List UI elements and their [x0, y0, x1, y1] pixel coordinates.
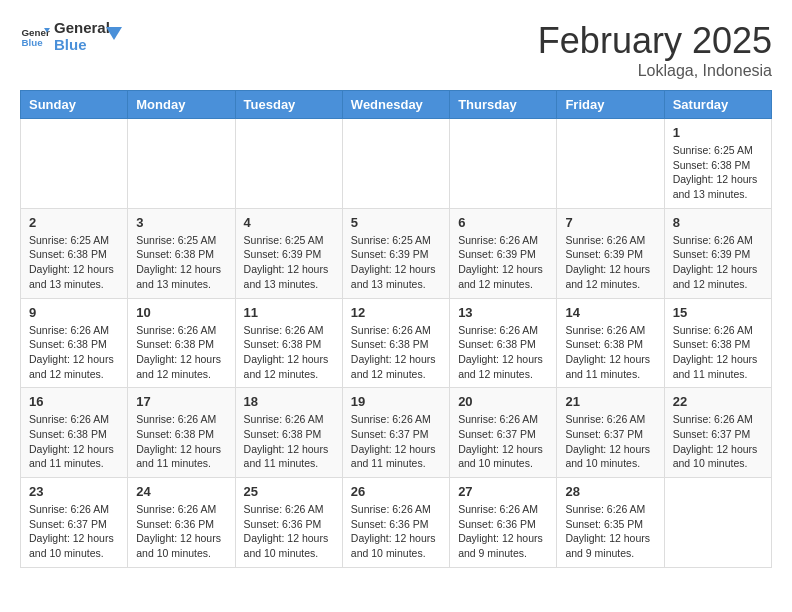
day-number: 20 — [458, 394, 548, 409]
day-number: 16 — [29, 394, 119, 409]
calendar-cell: 7Sunrise: 6:26 AM Sunset: 6:39 PM Daylig… — [557, 208, 664, 298]
day-info: Sunrise: 6:25 AM Sunset: 6:39 PM Dayligh… — [244, 233, 334, 292]
day-number: 4 — [244, 215, 334, 230]
calendar-cell: 9Sunrise: 6:26 AM Sunset: 6:38 PM Daylig… — [21, 298, 128, 388]
day-number: 27 — [458, 484, 548, 499]
day-number: 10 — [136, 305, 226, 320]
calendar-cell: 10Sunrise: 6:26 AM Sunset: 6:38 PM Dayli… — [128, 298, 235, 388]
calendar-cell: 20Sunrise: 6:26 AM Sunset: 6:37 PM Dayli… — [450, 388, 557, 478]
day-number: 19 — [351, 394, 441, 409]
logo-text-blue: Blue — [54, 37, 110, 54]
day-info: Sunrise: 6:26 AM Sunset: 6:39 PM Dayligh… — [458, 233, 548, 292]
calendar-cell: 4Sunrise: 6:25 AM Sunset: 6:39 PM Daylig… — [235, 208, 342, 298]
calendar-cell: 12Sunrise: 6:26 AM Sunset: 6:38 PM Dayli… — [342, 298, 449, 388]
calendar-header-row: SundayMondayTuesdayWednesdayThursdayFrid… — [21, 91, 772, 119]
logo-arrow-icon — [106, 22, 126, 42]
month-title: February 2025 — [538, 20, 772, 62]
day-info: Sunrise: 6:26 AM Sunset: 6:38 PM Dayligh… — [136, 412, 226, 471]
page-container: General Blue General Blue February 2025 … — [20, 20, 772, 568]
day-number: 17 — [136, 394, 226, 409]
day-info: Sunrise: 6:26 AM Sunset: 6:36 PM Dayligh… — [136, 502, 226, 561]
day-number: 11 — [244, 305, 334, 320]
day-info: Sunrise: 6:25 AM Sunset: 6:38 PM Dayligh… — [673, 143, 763, 202]
calendar-cell — [664, 478, 771, 568]
day-number: 3 — [136, 215, 226, 230]
calendar-cell: 18Sunrise: 6:26 AM Sunset: 6:38 PM Dayli… — [235, 388, 342, 478]
calendar-cell: 17Sunrise: 6:26 AM Sunset: 6:38 PM Dayli… — [128, 388, 235, 478]
title-block: February 2025 Loklaga, Indonesia — [538, 20, 772, 80]
calendar-cell: 3Sunrise: 6:25 AM Sunset: 6:38 PM Daylig… — [128, 208, 235, 298]
calendar-weekday-monday: Monday — [128, 91, 235, 119]
day-number: 12 — [351, 305, 441, 320]
calendar-week-row: 1Sunrise: 6:25 AM Sunset: 6:38 PM Daylig… — [21, 119, 772, 209]
day-info: Sunrise: 6:26 AM Sunset: 6:38 PM Dayligh… — [673, 323, 763, 382]
day-info: Sunrise: 6:26 AM Sunset: 6:38 PM Dayligh… — [565, 323, 655, 382]
calendar-cell — [342, 119, 449, 209]
day-info: Sunrise: 6:26 AM Sunset: 6:37 PM Dayligh… — [29, 502, 119, 561]
logo: General Blue General Blue — [20, 20, 126, 53]
calendar-cell: 16Sunrise: 6:26 AM Sunset: 6:38 PM Dayli… — [21, 388, 128, 478]
page-header: General Blue General Blue February 2025 … — [20, 20, 772, 80]
calendar-cell: 21Sunrise: 6:26 AM Sunset: 6:37 PM Dayli… — [557, 388, 664, 478]
day-info: Sunrise: 6:26 AM Sunset: 6:39 PM Dayligh… — [673, 233, 763, 292]
calendar-cell — [21, 119, 128, 209]
day-number: 8 — [673, 215, 763, 230]
calendar-weekday-tuesday: Tuesday — [235, 91, 342, 119]
calendar-cell: 11Sunrise: 6:26 AM Sunset: 6:38 PM Dayli… — [235, 298, 342, 388]
day-info: Sunrise: 6:25 AM Sunset: 6:38 PM Dayligh… — [136, 233, 226, 292]
calendar-cell — [450, 119, 557, 209]
day-number: 9 — [29, 305, 119, 320]
day-number: 2 — [29, 215, 119, 230]
day-info: Sunrise: 6:26 AM Sunset: 6:38 PM Dayligh… — [244, 412, 334, 471]
day-info: Sunrise: 6:26 AM Sunset: 6:35 PM Dayligh… — [565, 502, 655, 561]
calendar-cell: 25Sunrise: 6:26 AM Sunset: 6:36 PM Dayli… — [235, 478, 342, 568]
day-number: 1 — [673, 125, 763, 140]
day-number: 14 — [565, 305, 655, 320]
day-number: 23 — [29, 484, 119, 499]
calendar-cell: 13Sunrise: 6:26 AM Sunset: 6:38 PM Dayli… — [450, 298, 557, 388]
day-number: 18 — [244, 394, 334, 409]
location: Loklaga, Indonesia — [538, 62, 772, 80]
calendar-cell: 26Sunrise: 6:26 AM Sunset: 6:36 PM Dayli… — [342, 478, 449, 568]
day-number: 5 — [351, 215, 441, 230]
day-info: Sunrise: 6:26 AM Sunset: 6:37 PM Dayligh… — [673, 412, 763, 471]
day-number: 22 — [673, 394, 763, 409]
day-info: Sunrise: 6:26 AM Sunset: 6:36 PM Dayligh… — [244, 502, 334, 561]
calendar-cell: 6Sunrise: 6:26 AM Sunset: 6:39 PM Daylig… — [450, 208, 557, 298]
calendar-weekday-friday: Friday — [557, 91, 664, 119]
calendar-weekday-saturday: Saturday — [664, 91, 771, 119]
day-info: Sunrise: 6:26 AM Sunset: 6:38 PM Dayligh… — [136, 323, 226, 382]
day-number: 24 — [136, 484, 226, 499]
calendar-weekday-sunday: Sunday — [21, 91, 128, 119]
calendar-cell: 1Sunrise: 6:25 AM Sunset: 6:38 PM Daylig… — [664, 119, 771, 209]
calendar-cell: 28Sunrise: 6:26 AM Sunset: 6:35 PM Dayli… — [557, 478, 664, 568]
day-info: Sunrise: 6:25 AM Sunset: 6:39 PM Dayligh… — [351, 233, 441, 292]
svg-marker-3 — [106, 27, 122, 40]
calendar-cell: 2Sunrise: 6:25 AM Sunset: 6:38 PM Daylig… — [21, 208, 128, 298]
day-info: Sunrise: 6:26 AM Sunset: 6:38 PM Dayligh… — [351, 323, 441, 382]
calendar-cell: 8Sunrise: 6:26 AM Sunset: 6:39 PM Daylig… — [664, 208, 771, 298]
day-info: Sunrise: 6:26 AM Sunset: 6:36 PM Dayligh… — [351, 502, 441, 561]
calendar-week-row: 23Sunrise: 6:26 AM Sunset: 6:37 PM Dayli… — [21, 478, 772, 568]
logo-icon: General Blue — [20, 22, 50, 52]
logo-text-general: General — [54, 20, 110, 37]
calendar-cell — [128, 119, 235, 209]
day-info: Sunrise: 6:26 AM Sunset: 6:38 PM Dayligh… — [458, 323, 548, 382]
calendar-cell — [235, 119, 342, 209]
day-number: 6 — [458, 215, 548, 230]
day-number: 7 — [565, 215, 655, 230]
day-number: 15 — [673, 305, 763, 320]
calendar-week-row: 16Sunrise: 6:26 AM Sunset: 6:38 PM Dayli… — [21, 388, 772, 478]
day-info: Sunrise: 6:25 AM Sunset: 6:38 PM Dayligh… — [29, 233, 119, 292]
day-info: Sunrise: 6:26 AM Sunset: 6:39 PM Dayligh… — [565, 233, 655, 292]
calendar-cell — [557, 119, 664, 209]
calendar-week-row: 9Sunrise: 6:26 AM Sunset: 6:38 PM Daylig… — [21, 298, 772, 388]
calendar-cell: 27Sunrise: 6:26 AM Sunset: 6:36 PM Dayli… — [450, 478, 557, 568]
calendar-cell: 14Sunrise: 6:26 AM Sunset: 6:38 PM Dayli… — [557, 298, 664, 388]
day-info: Sunrise: 6:26 AM Sunset: 6:37 PM Dayligh… — [351, 412, 441, 471]
day-number: 28 — [565, 484, 655, 499]
calendar-table: SundayMondayTuesdayWednesdayThursdayFrid… — [20, 90, 772, 568]
day-number: 26 — [351, 484, 441, 499]
day-number: 21 — [565, 394, 655, 409]
calendar-cell: 22Sunrise: 6:26 AM Sunset: 6:37 PM Dayli… — [664, 388, 771, 478]
